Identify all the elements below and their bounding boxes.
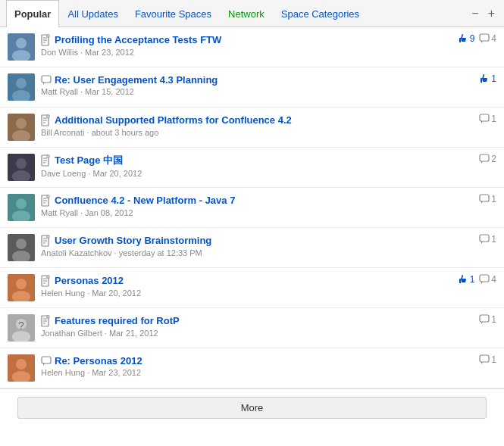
feed-title[interactable]: User Growth Story Brainstorming: [55, 235, 211, 246]
feed-content: User Growth Story BrainstormingAnatoli K…: [41, 234, 471, 257]
feed-actions: 1: [479, 234, 496, 245]
tab-all-updates[interactable]: All Updates: [59, 0, 126, 27]
feed-actions: 1: [479, 314, 496, 325]
feed-actions: 14: [458, 274, 496, 285]
feed-title[interactable]: Re: Personas 2012: [55, 355, 142, 366]
svg-rect-7: [480, 34, 489, 41]
svg-rect-39: [480, 195, 489, 201]
svg-point-33: [16, 198, 27, 209]
feed-item: Re: User Engagement 4.3 PlanningMatt Rya…: [0, 67, 504, 108]
feed-meta: Don Willis · Mar 23, 2012: [41, 48, 450, 57]
comment-button[interactable]: 4: [479, 33, 496, 44]
feed-content: Features required for RotPJonathan Gilbe…: [41, 314, 471, 338]
feed-actions: 1: [479, 114, 496, 124]
feed-meta: Bill Arconati · about 3 hours ago: [41, 128, 471, 137]
svg-point-15: [16, 118, 27, 129]
feed-meta: Jonathan Gilbert · Mar 21, 2012: [41, 329, 471, 338]
feed-content: Re: User Engagement 4.3 PlanningMatt Rya…: [41, 73, 471, 96]
svg-rect-57: [480, 275, 489, 282]
comment-button[interactable]: 1: [479, 314, 496, 325]
minimize-icon[interactable]: −: [468, 6, 481, 21]
feed-actions: 1: [479, 354, 496, 365]
feed-item: Test Page 中国Dave Loeng · Mar 20, 20122: [0, 148, 504, 188]
avatar: [8, 234, 35, 261]
svg-point-42: [16, 239, 27, 249]
svg-marker-13: [43, 83, 45, 85]
feed-content: Re: Personas 2012Helen Hung · Mar 23, 20…: [41, 354, 471, 377]
like-button[interactable]: 1: [479, 73, 496, 84]
svg-rect-48: [480, 235, 489, 242]
comment-button[interactable]: 1: [479, 114, 496, 124]
feed-actions: 94: [458, 33, 496, 44]
feed-content: Additional Supported Platforms for Confl…: [41, 114, 471, 137]
tab-popular[interactable]: Popular: [6, 0, 59, 27]
feed-meta: Matt Ryall · Mar 15, 2012: [41, 87, 471, 96]
comment-button[interactable]: 1: [479, 194, 496, 204]
feed-meta: Helen Hung · Mar 20, 2012: [41, 288, 450, 298]
feed-title[interactable]: Re: User Engagement 4.3 Planning: [55, 74, 218, 86]
add-icon[interactable]: +: [485, 6, 498, 21]
more-container: More: [0, 388, 504, 426]
feed-actions: 1: [479, 73, 496, 84]
feed-meta: Dave Loeng · Mar 20, 2012: [41, 169, 471, 178]
feed-content: Test Page 中国Dave Loeng · Mar 20, 2012: [41, 154, 471, 178]
svg-rect-21: [480, 114, 489, 121]
tab-favourite-spaces[interactable]: Favourite Spaces: [127, 0, 220, 27]
svg-point-70: [16, 359, 27, 370]
feed-content: Confluence 4.2 - New Platform - Java 7Ma…: [41, 194, 471, 217]
avatar: ?: [8, 314, 35, 342]
svg-text:?: ?: [18, 320, 24, 332]
feed-item: Profiling the Acceptance Tests FTWDon Wi…: [0, 27, 504, 67]
tab-network[interactable]: Network: [220, 0, 273, 27]
feed-meta: Anatoli Kazatchkov · yesterday at 12:33 …: [41, 248, 471, 257]
feed-content: Personas 2012Helen Hung · Mar 20, 2012: [41, 274, 450, 298]
svg-rect-12: [42, 76, 51, 83]
feed-title[interactable]: Test Page 中国: [55, 154, 123, 166]
avatar: [8, 154, 35, 181]
feed-title[interactable]: Profiling the Acceptance Tests FTW: [55, 34, 221, 45]
feed-actions: 2: [479, 154, 496, 164]
svg-rect-72: [42, 357, 51, 363]
more-button[interactable]: More: [17, 397, 487, 419]
feed-content: Profiling the Acceptance Tests FTWDon Wi…: [41, 33, 450, 57]
feed-actions: 1: [479, 194, 496, 204]
feed-meta: Matt Ryall · Jan 08, 2012: [41, 208, 471, 217]
feed-list: Profiling the Acceptance Tests FTWDon Wi…: [0, 27, 504, 388]
like-button[interactable]: 1: [458, 274, 475, 285]
tab-bar: PopularAll UpdatesFavourite SpacesNetwor…: [0, 0, 504, 27]
svg-rect-30: [480, 154, 489, 161]
svg-point-1: [16, 38, 27, 48]
feed-meta: Helen Hung · Mar 23, 2012: [41, 368, 471, 377]
avatar: [8, 73, 35, 101]
avatar: [8, 114, 35, 141]
tab-controls: − +: [468, 6, 498, 21]
svg-point-24: [16, 158, 27, 169]
feed-item: ?Features required for RotPJonathan Gilb…: [0, 308, 504, 348]
svg-rect-67: [480, 315, 489, 322]
svg-rect-74: [480, 355, 489, 362]
feed-item: User Growth Story BrainstormingAnatoli K…: [0, 228, 504, 268]
avatar: [8, 194, 35, 221]
comment-button[interactable]: 2: [479, 154, 496, 164]
avatar: [8, 274, 35, 301]
feed-title[interactable]: Confluence 4.2 - New Platform - Java 7: [55, 195, 235, 206]
feed-title[interactable]: Additional Supported Platforms for Confl…: [55, 114, 292, 126]
svg-point-10: [16, 78, 27, 89]
like-button[interactable]: 9: [458, 33, 475, 44]
feed-item: Confluence 4.2 - New Platform - Java 7Ma…: [0, 188, 504, 228]
feed-item: Personas 2012Helen Hung · Mar 20, 201214: [0, 268, 504, 308]
avatar: [8, 354, 35, 382]
comment-button[interactable]: 1: [479, 234, 496, 245]
feed-title[interactable]: Personas 2012: [55, 275, 124, 286]
comment-button[interactable]: 4: [479, 274, 496, 285]
svg-point-51: [16, 279, 27, 289]
feed-item: Additional Supported Platforms for Confl…: [0, 108, 504, 148]
feed-item: Re: Personas 2012Helen Hung · Mar 23, 20…: [0, 348, 504, 388]
avatar: [8, 33, 35, 61]
tab-space-categories[interactable]: Space Categories: [273, 0, 368, 27]
feed-title[interactable]: Features required for RotP: [55, 315, 180, 326]
comment-button[interactable]: 1: [479, 354, 496, 365]
